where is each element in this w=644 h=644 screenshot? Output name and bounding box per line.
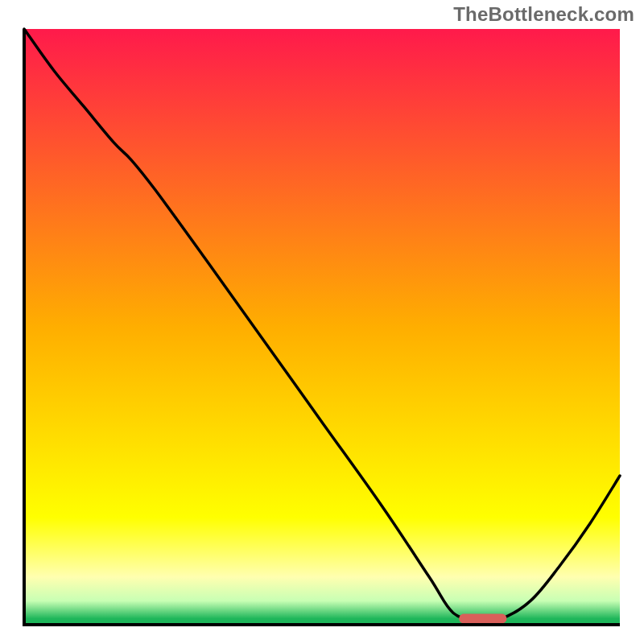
watermark-text: TheBottleneck.com [453, 3, 634, 26]
chart-svg [0, 0, 644, 644]
bottleneck-chart: TheBottleneck.com [0, 0, 644, 644]
optimal-range-marker [459, 614, 506, 624]
plot-background [24, 29, 620, 625]
